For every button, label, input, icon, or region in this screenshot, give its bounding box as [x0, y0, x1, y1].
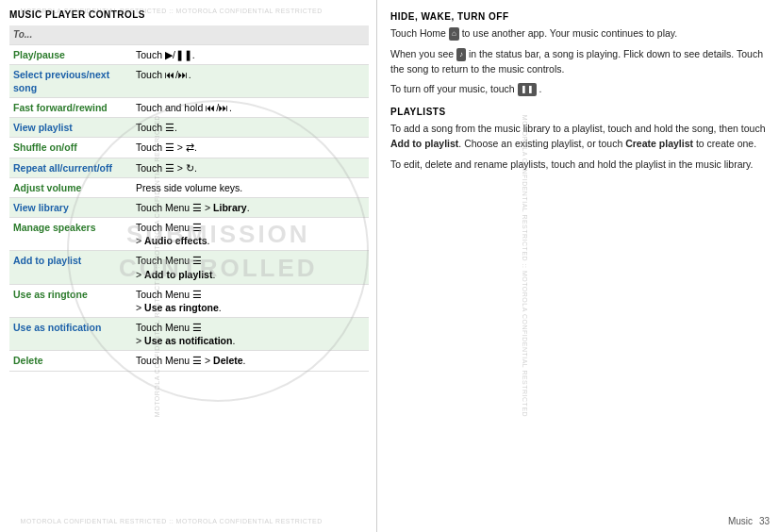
action-label: Use as notification [9, 318, 132, 351]
action-label: Delete [9, 351, 132, 371]
page-container: MUSIC PLAYER CONTROLS To... Play/pause T… [0, 0, 779, 532]
action-desc: Touch Menu ☰ > Library. [132, 197, 369, 217]
action-label: Manage speakers [9, 218, 132, 251]
action-label: View playlist [9, 118, 132, 138]
page-footer: Music 33 [728, 516, 770, 526]
action-label: Shuffle on/off [9, 138, 132, 158]
table-row: Use as notification Touch Menu ☰> Use as… [9, 318, 369, 351]
table-row: Play/pause Touch ▶/❚❚. [9, 44, 369, 64]
right-para-3: To turn off your music, touch ❚❚ . [390, 82, 766, 97]
table-row: View playlist Touch ☰. [9, 118, 369, 138]
header-cell: To... [9, 25, 369, 44]
action-label: Add to playlist [9, 251, 132, 284]
footer-page: 33 [759, 516, 770, 526]
table-row: Manage speakers Touch Menu ☰> Audio effe… [9, 218, 369, 251]
action-desc: Press side volume keys. [132, 177, 369, 197]
right-para-4: To add a song from the music library to … [390, 122, 766, 152]
right-para-5: To edit, delete and rename playlists, to… [390, 158, 766, 173]
table-header-row: To... [9, 25, 369, 44]
action-desc: Touch ☰. [132, 118, 369, 138]
pause-icon: ❚❚ [518, 83, 537, 96]
footer-label: Music [728, 516, 753, 526]
action-desc: Touch Menu ☰> Add to playlist. [132, 251, 369, 284]
table-row: Adjust volume Press side volume keys. [9, 177, 369, 197]
left-section-title: MUSIC PLAYER CONTROLS [9, 9, 369, 20]
action-desc: Touch ⏮/⏭. [132, 64, 369, 97]
table-row: Fast forward/rewind Touch and hold ⏮/⏭. [9, 98, 369, 118]
home-icon: ⌂ [449, 27, 459, 41]
right-section2-title: PLAYLISTS [390, 107, 766, 117]
table-row: Repeat all/current/off Touch ☰ > ↻. [9, 158, 369, 177]
action-desc: Touch ☰ > ⇄. [132, 138, 369, 158]
table-row: Use as ringtone Touch Menu ☰> Use as rin… [9, 284, 369, 317]
right-column: HIDE, WAKE, TURN OFF Touch Home ⌂ to use… [377, 0, 779, 532]
right-section1-body: Touch Home ⌂ to use another app. Your mu… [390, 26, 766, 97]
action-desc: Touch Menu ☰> Use as notification. [132, 318, 369, 351]
right-para-1: Touch Home ⌂ to use another app. Your mu… [390, 26, 766, 42]
left-column: MUSIC PLAYER CONTROLS To... Play/pause T… [0, 0, 377, 532]
action-label: Use as ringtone [9, 284, 132, 317]
table-row: Select previous/next song Touch ⏮/⏭. [9, 64, 369, 97]
music-note-icon: ♪ [456, 48, 466, 61]
action-label: Adjust volume [9, 177, 132, 197]
action-desc: Touch Menu ☰ > Delete. [132, 351, 369, 371]
action-label: Fast forward/rewind [9, 98, 132, 118]
table-row: View library Touch Menu ☰ > Library. [9, 197, 369, 217]
action-desc: Touch ▶/❚❚. [132, 44, 369, 64]
controls-table: To... Play/pause Touch ▶/❚❚. Select prev… [9, 25, 369, 372]
action-label: Play/pause [9, 44, 132, 64]
table-row: Add to playlist Touch Menu ☰> Add to pla… [9, 251, 369, 284]
right-para-2: When you see ♪ in the status bar, a song… [390, 47, 766, 77]
action-desc: Touch Menu ☰> Audio effects. [132, 218, 369, 251]
action-desc: Touch ☰ > ↻. [132, 158, 369, 177]
action-desc: Touch Menu ☰> Use as ringtone. [132, 284, 369, 317]
action-label: View library [9, 197, 132, 217]
right-section1-title: HIDE, WAKE, TURN OFF [390, 11, 766, 22]
right-section2-body: To add a song from the music library to … [390, 122, 766, 172]
action-label: Repeat all/current/off [9, 158, 132, 177]
table-row: Shuffle on/off Touch ☰ > ⇄. [9, 138, 369, 158]
action-label: Select previous/next song [9, 64, 132, 97]
action-desc: Touch and hold ⏮/⏭. [132, 98, 369, 118]
table-row: Delete Touch Menu ☰ > Delete. [9, 351, 369, 371]
